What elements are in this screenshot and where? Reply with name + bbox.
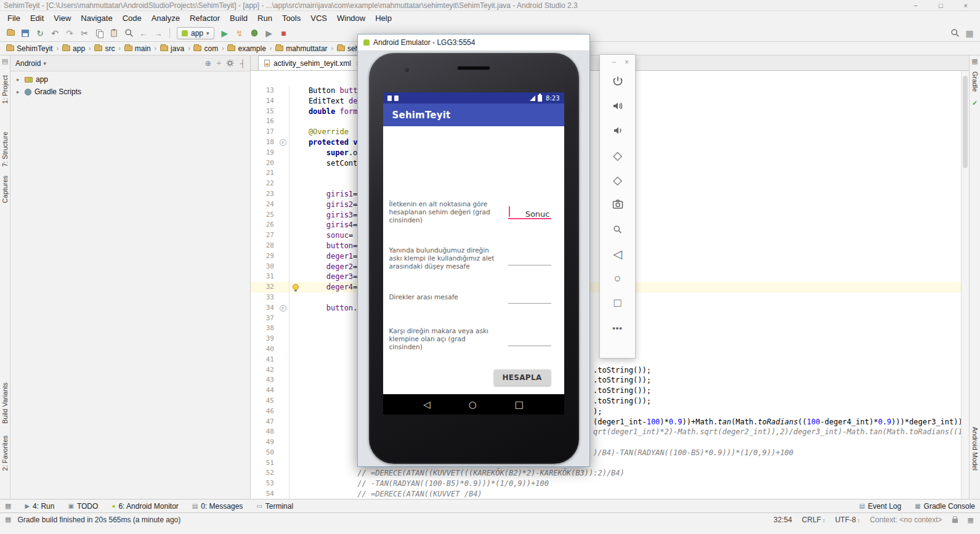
line-number[interactable]: 39 — [251, 334, 277, 344]
line-number[interactable]: 50 — [251, 448, 277, 458]
find-icon[interactable] — [122, 26, 136, 40]
line-number[interactable]: 32 — [251, 282, 277, 293]
line-number[interactable]: 44 — [251, 386, 277, 396]
emulator-rotate-right-button[interactable]: ◇ — [607, 168, 629, 192]
breadcrumb-com[interactable]: com — [193, 44, 218, 53]
line-number[interactable]: 17 — [251, 127, 277, 137]
breadcrumb-mahmuttatar[interactable]: mahmuttatar — [275, 44, 327, 53]
redo-icon[interactable]: ↷ — [63, 26, 76, 40]
nav-back-button[interactable]: ◁ — [423, 399, 431, 410]
line-number[interactable]: 46 — [251, 407, 277, 417]
tool-button-4-run[interactable]: ▶4: Run — [25, 502, 54, 511]
line-number[interactable]: 14 — [251, 96, 277, 107]
hide-panel-icon[interactable]: ┤ — [240, 59, 245, 68]
menu-code[interactable]: Code — [118, 12, 147, 24]
phone-edittext-3[interactable] — [508, 290, 551, 304]
menu-window[interactable]: Window — [332, 12, 370, 24]
project-structure-icon[interactable]: ▦ — [963, 26, 976, 40]
line-number[interactable]: 33 — [251, 293, 277, 303]
line-number[interactable]: 53 — [251, 479, 277, 489]
line-number[interactable]: 28 — [251, 241, 277, 251]
line-number[interactable]: 54 — [251, 489, 277, 499]
search-everywhere-icon[interactable] — [948, 26, 962, 40]
editor-scrollbar[interactable] — [961, 71, 969, 499]
breadcrumb-java[interactable]: java — [160, 44, 184, 53]
line-number[interactable]: 16 — [251, 116, 277, 127]
menu-navigate[interactable]: Navigate — [76, 12, 117, 24]
minimize-button[interactable]: − — [913, 2, 917, 9]
collapse-all-icon[interactable]: ÷ — [217, 59, 221, 68]
apply-changes-icon[interactable]: ↯ — [233, 26, 246, 40]
tool-tab-2-favorites[interactable]: 2: Favorites — [1, 435, 9, 471]
line-separator-widget[interactable]: CRLF↕ — [802, 516, 825, 524]
emulator-power-button[interactable] — [607, 69, 629, 94]
line-number[interactable]: 23 — [251, 189, 277, 200]
menu-edit[interactable]: Edit — [25, 12, 49, 24]
line-number[interactable]: 30 — [251, 262, 277, 272]
line-number[interactable]: 29 — [251, 251, 277, 262]
caret-position-widget[interactable]: 32:54 — [774, 516, 792, 524]
breadcrumb-src[interactable]: src — [94, 44, 115, 53]
line-number[interactable]: 34 — [251, 303, 277, 314]
menu-file[interactable]: File — [2, 12, 25, 24]
line-number[interactable]: 20 — [251, 158, 277, 169]
tool-window-corner-icon[interactable]: ▤ — [2, 57, 8, 65]
tool-button-gradle-console[interactable]: ▦Gradle Console — [915, 502, 975, 511]
nav-overview-button[interactable]: □ — [515, 399, 524, 410]
close-button[interactable]: × — [964, 2, 968, 9]
emulator-screenshot-button[interactable] — [607, 192, 629, 217]
debug-icon[interactable] — [248, 26, 261, 40]
nav-home-button[interactable]: ○ — [469, 399, 477, 410]
line-number[interactable]: 31 — [251, 272, 277, 282]
maximize-button[interactable]: □ — [939, 2, 943, 9]
tool-tab-build-variants[interactable]: Build Variants — [1, 382, 9, 424]
emulator-volume-up-button[interactable] — [607, 94, 629, 118]
emulator-minimize-button[interactable]: − — [612, 58, 616, 67]
line-number[interactable]: 48 — [251, 427, 277, 437]
emulator-rotate-left-button[interactable]: ◇ — [607, 143, 629, 168]
back-arrow-icon[interactable]: ← — [137, 26, 150, 40]
scrollbar-thumb[interactable] — [963, 76, 968, 168]
undo-icon[interactable]: ↶ — [48, 26, 62, 40]
emulator-close-button[interactable]: × — [625, 58, 629, 67]
line-number[interactable]: 25 — [251, 210, 277, 220]
tool-button-6-android-monitor[interactable]: ●6: Android Monitor — [111, 502, 178, 511]
phone-edittext-2[interactable] — [508, 252, 551, 265]
line-number[interactable]: 52 — [251, 468, 277, 479]
line-number[interactable]: 49 — [251, 437, 277, 448]
override-marker-icon[interactable]: ↑ — [280, 305, 286, 312]
run-coverage-icon[interactable]: ▶ — [262, 26, 276, 40]
emulator-zoom-button[interactable] — [607, 217, 629, 241]
line-number[interactable]: 22 — [251, 179, 277, 189]
tool-button-terminal[interactable]: ▭Terminal — [256, 502, 293, 511]
menu-run[interactable]: Run — [253, 12, 277, 24]
phone-edittext-4[interactable] — [508, 333, 551, 346]
menu-refactor[interactable]: Refactor — [185, 12, 225, 24]
line-number[interactable]: 37 — [251, 314, 277, 324]
tool-window-switcher-icon[interactable]: ▦ — [5, 502, 11, 510]
run-icon[interactable]: ▶ — [218, 26, 232, 40]
tool-tab-gradle[interactable]: Gradle — [971, 71, 979, 92]
tool-tab-captures[interactable]: Captures — [1, 176, 9, 203]
menu-analyze[interactable]: Analyze — [147, 12, 185, 24]
chevron-right-icon[interactable]: ▸ — [17, 76, 22, 83]
line-number[interactable]: 13 — [251, 86, 277, 96]
line-number[interactable]: 18 — [251, 137, 277, 148]
settings-gear-icon[interactable] — [226, 59, 234, 67]
open-folder-icon[interactable] — [4, 26, 17, 40]
project-item-gradle-scripts[interactable]: ▸Gradle Scripts — [10, 86, 250, 98]
line-number[interactable]: 15 — [251, 107, 277, 117]
tool-button-event-log[interactable]: ▤Event Log — [859, 502, 902, 511]
line-number[interactable]: 38 — [251, 323, 277, 334]
tool-tab-android-model[interactable]: Android Model — [971, 427, 979, 471]
emulator-titlebar[interactable]: Android Emulator - LGG3:5554 — [358, 34, 589, 51]
line-number[interactable]: 24 — [251, 200, 277, 210]
tool-button-todo[interactable]: ▣TODO — [68, 502, 98, 511]
forward-arrow-icon[interactable]: → — [152, 26, 165, 40]
emulator-back-button[interactable]: ◁ — [607, 241, 629, 266]
save-all-icon[interactable] — [18, 26, 32, 40]
menu-build[interactable]: Build — [225, 12, 253, 24]
tool-tab-1-project[interactable]: 1: Project — [1, 75, 9, 103]
menu-vcs[interactable]: VCS — [306, 12, 332, 24]
phone-edittext-1[interactable] — [508, 206, 551, 219]
